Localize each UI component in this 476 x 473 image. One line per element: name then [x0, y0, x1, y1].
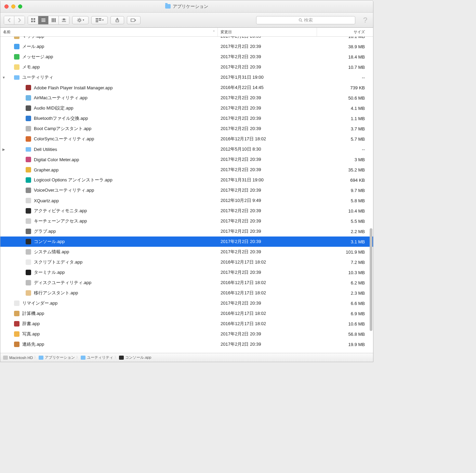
svg-rect-2	[31, 21, 33, 22]
column-header-size[interactable]: サイズ	[317, 28, 373, 36]
disclosure-triangle[interactable]: ▼	[0, 76, 7, 79]
file-row[interactable]: システム情報.app2017年2月2日 20:39101.9 MB	[0, 247, 373, 257]
search-field[interactable]: 検索	[256, 16, 355, 24]
file-row[interactable]: リマインダー.app2017年2月2日 20:396.6 MB	[0, 298, 373, 308]
chevron-down-icon: ▾	[83, 18, 84, 22]
file-name: ユーティリティ	[22, 74, 53, 80]
svg-rect-12	[65, 19, 66, 20]
nav-buttons	[4, 16, 25, 25]
file-size: 739 KB	[317, 85, 373, 90]
file-row[interactable]: スクリプトエディタ.app2016年12月17日 18:027.2 MB	[0, 257, 373, 267]
chevron-right-icon: 〉	[34, 355, 37, 360]
file-row[interactable]: メール.app2017年2月2日 20:3938.9 MB	[0, 41, 373, 52]
file-row[interactable]: Grapher.app2017年2月2日 20:3935.2 MB	[0, 165, 373, 175]
file-date: 2017年2月2日 20:39	[218, 218, 317, 224]
app-icon	[14, 342, 19, 347]
file-name: 計算機.app	[22, 310, 44, 317]
file-row[interactable]: ColorSyncユーティリティ.app2016年12月17日 18:025.7…	[0, 134, 373, 144]
file-row[interactable]: アクティビティモニタ.app2017年2月2日 20:3910.4 MB	[0, 206, 373, 216]
file-name: マップ.app	[22, 37, 44, 39]
file-row[interactable]: VoiceOverユーティリティ.app2017年2月2日 20:399.7 M…	[0, 185, 373, 195]
column-header-name[interactable]: 名前 ˄	[0, 28, 218, 36]
svg-rect-0	[31, 18, 33, 20]
file-row[interactable]: Boot Campアシスタント.app2017年2月2日 20:393.7 MB	[0, 124, 373, 134]
file-name: XQuartz.app	[34, 198, 59, 203]
file-row[interactable]: 写真.app2017年2月2日 20:3956.8 MB	[0, 329, 373, 339]
file-row[interactable]: ▶Dell Utilities2012年5月10日 8:30--	[0, 144, 373, 154]
file-size: 2.3 MB	[317, 291, 373, 296]
file-name: スクリプトエディタ.app	[34, 259, 82, 265]
file-row[interactable]: XQuartz.app2012年10月2日 9:495.8 MB	[0, 195, 373, 206]
file-name: ターミナル.app	[34, 269, 65, 276]
file-row[interactable]: メッセージ.app2017年2月2日 20:3918.4 MB	[0, 52, 373, 62]
file-row[interactable]: Adobe Flash Player Install Manager.app20…	[0, 82, 373, 93]
file-date: 2017年2月2日 20:39	[218, 167, 317, 173]
file-size: 6.9 MB	[317, 311, 373, 316]
chevron-right-icon: 〉	[115, 355, 118, 360]
disclosure-triangle[interactable]: ▶	[0, 148, 7, 151]
share-button[interactable]	[110, 16, 124, 24]
file-row[interactable]: コンソール.app2017年2月2日 20:393.1 MB	[0, 236, 373, 247]
column-header-date[interactable]: 変更日	[218, 28, 317, 36]
file-size: 10.7 MB	[317, 65, 373, 70]
path-segment[interactable]: Macintosh HD	[9, 356, 33, 360]
file-name: ディスクユーティリティ.app	[34, 280, 91, 286]
action-menu-button[interactable]: ▾	[72, 16, 89, 24]
file-size: 3.1 MB	[317, 239, 373, 244]
file-size: 101.9 MB	[317, 250, 373, 255]
file-row[interactable]: ディスクユーティリティ.app2016年12月17日 18:026.2 MB	[0, 278, 373, 288]
svg-rect-10	[63, 18, 65, 20]
file-date: 2017年2月2日 20:39	[218, 126, 317, 132]
share-icon	[115, 18, 120, 23]
scrollbar-thumb[interactable]	[370, 228, 372, 331]
icon-view-button[interactable]	[28, 16, 38, 24]
tags-button[interactable]	[127, 16, 141, 24]
file-row[interactable]: メモ.app2017年2月2日 20:3910.7 MB	[0, 62, 373, 72]
chevron-right-icon: 〉	[76, 355, 79, 360]
file-row[interactable]: 連絡先.app2017年2月2日 20:3919.9 MB	[0, 339, 373, 349]
list-view-button[interactable]	[38, 16, 49, 24]
column-view-button[interactable]	[49, 16, 59, 24]
help-button[interactable]: ?	[361, 16, 370, 25]
app-icon	[26, 157, 31, 162]
file-row[interactable]: ターミナル.app2017年2月2日 20:3910.3 MB	[0, 267, 373, 278]
file-date: 2017年2月2日 20:39	[218, 43, 317, 50]
app-icon	[14, 54, 19, 60]
file-name: Audio MIDI設定.app	[34, 105, 74, 111]
file-date: 2016年12月17日 18:02	[218, 321, 317, 327]
file-date: 2016年12月17日 18:02	[218, 259, 317, 265]
search-placeholder: 検索	[304, 17, 313, 23]
file-row[interactable]: Bluetoothファイル交換.app2017年2月2日 20:391.1 MB	[0, 113, 373, 124]
file-date: 2017年2月2日 20:39	[218, 64, 317, 70]
file-row[interactable]: グラブ.app2017年2月2日 20:392.2 MB	[0, 226, 373, 236]
file-row[interactable]: Digital Color Meter.app2017年2月2日 20:393 …	[0, 154, 373, 165]
file-list[interactable]: マップ.app2017年2月2日 20:3916.1 MBメール.app2017…	[0, 37, 373, 353]
column-headers: 名前 ˄ 変更日 サイズ	[0, 28, 373, 37]
file-row[interactable]: 計算機.app2016年12月17日 18:026.9 MB	[0, 308, 373, 319]
file-row[interactable]: 辞書.app2016年12月17日 18:0210.6 MB	[0, 319, 373, 329]
file-row[interactable]: Logicool Options アンインストーラ.app2017年1月31日 …	[0, 175, 373, 185]
file-name: 辞書.app	[22, 321, 40, 327]
svg-rect-30	[99, 20, 100, 21]
file-row[interactable]: キーチェーンアクセス.app2017年2月2日 20:395.5 MB	[0, 216, 373, 226]
file-name: 移行アシスタント.app	[34, 290, 78, 296]
file-row[interactable]: ▼ユーティリティ2017年1月31日 19:00--	[0, 72, 373, 82]
svg-rect-26	[99, 18, 100, 19]
file-row[interactable]: Audio MIDI設定.app2017年2月2日 20:394.1 MB	[0, 103, 373, 113]
path-segment[interactable]: アプリケーション	[45, 355, 75, 360]
file-date: 2017年2月2日 20:39	[218, 300, 317, 306]
file-size: 16.1 MB	[317, 37, 373, 39]
scrollbar[interactable]	[370, 228, 372, 331]
coverflow-view-button[interactable]	[59, 16, 69, 24]
forward-button[interactable]	[14, 16, 25, 24]
file-row[interactable]: AirMacユーティリティ.app2017年2月2日 20:3950.6 MB	[0, 93, 373, 103]
arrange-menu-button[interactable]: ▾	[91, 16, 108, 24]
app-icon	[26, 116, 31, 121]
path-segment[interactable]: ユーティリティ	[87, 355, 113, 360]
file-name: アクティビティモニタ.app	[34, 208, 87, 214]
arrange-icon	[96, 18, 101, 22]
back-button[interactable]	[4, 16, 14, 24]
file-row[interactable]: マップ.app2017年2月2日 20:3916.1 MB	[0, 37, 373, 41]
file-row[interactable]: 移行アシスタント.app2016年12月17日 18:022.3 MB	[0, 288, 373, 298]
path-segment[interactable]: コンソール.app	[125, 355, 151, 360]
